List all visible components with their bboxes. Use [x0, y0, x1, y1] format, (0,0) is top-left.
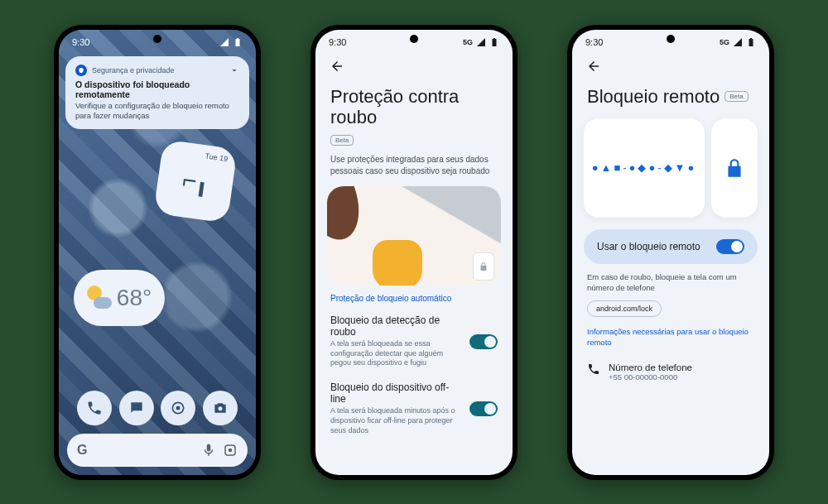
status-time: 9:30: [329, 37, 346, 47]
use-remote-lock-toggle[interactable]: Usar o bloqueio remoto: [584, 229, 758, 264]
phone-icon: [587, 362, 600, 376]
setting-title: Bloqueio do dispositivo off-line: [330, 382, 461, 405]
app-camera[interactable]: [203, 391, 238, 425]
svg-point-2: [218, 406, 222, 410]
info-required-link[interactable]: Informações necessárias para usar o bloq…: [572, 327, 769, 358]
shield-icon: [75, 65, 87, 76]
theft-illustration: [327, 186, 501, 286]
lens-icon[interactable]: [223, 443, 238, 458]
phone-theft-protection: 9:30 5G Proteção contra roubo Beta Use p…: [310, 25, 518, 480]
toggle-switch[interactable]: [469, 401, 498, 416]
signal-icon: [219, 37, 229, 47]
signal-icon: [476, 37, 486, 47]
beta-badge: Beta: [724, 91, 748, 102]
toggle-switch[interactable]: [469, 334, 498, 349]
app-messages[interactable]: [119, 391, 154, 425]
battery-icon: [746, 37, 756, 47]
svg-point-4: [229, 448, 233, 452]
svg-point-1: [176, 406, 181, 410]
setting-title: Bloqueio da detecção de roubo: [330, 314, 461, 338]
phone-icon: [86, 400, 103, 416]
search-bar[interactable]: G: [67, 434, 248, 467]
page-title: Bloqueio remoto: [587, 86, 720, 107]
arrow-left-icon: [586, 59, 601, 74]
remote-lock-illustration: ●▲■-●◆●-◆▼●: [584, 118, 758, 218]
phone-lock-icon: [473, 252, 494, 281]
google-g-icon: G: [77, 443, 87, 458]
notification-body: Verifique a configuração de bloqueio rem…: [75, 101, 239, 122]
dock: [59, 391, 256, 425]
phone-number-value: +55 00-00000-0000: [609, 372, 692, 382]
chrome-icon: [170, 400, 186, 416]
setting-desc: A tela será bloqueada minutos após o dis…: [330, 406, 461, 435]
clock-widget[interactable]: Tue 19 ⌐╻: [153, 139, 238, 223]
beta-badge: Beta: [330, 135, 354, 146]
clock-date: Tue 19: [205, 152, 229, 164]
weather-icon: [87, 286, 112, 310]
signal-icon: [733, 37, 743, 47]
remote-lock-description: Em caso de roubo, bloqueie a tela com um…: [572, 272, 769, 300]
setting-offline-lock[interactable]: Bloqueio do dispositivo off-line A tela …: [315, 377, 513, 444]
status-time: 9:30: [585, 37, 603, 47]
status-time: 9:30: [72, 37, 89, 47]
camera-icon: [212, 400, 229, 416]
notification-app-name: Segurança e privacidade: [92, 66, 175, 74]
chat-icon: [128, 400, 145, 416]
clock-hands-icon: ⌐╻: [181, 167, 209, 195]
status-network: 5G: [720, 38, 729, 46]
camera-cutout: [153, 35, 161, 43]
section-label: Proteção de bloqueio automático: [315, 294, 513, 310]
lock-icon: [724, 157, 745, 179]
weather-widget[interactable]: 68°: [74, 270, 165, 326]
battery-icon: [489, 37, 499, 47]
battery-icon: [233, 37, 243, 47]
password-card: ●▲■-●◆●-◆▼●: [584, 118, 705, 218]
chevron-down-icon[interactable]: [229, 65, 239, 75]
app-phone[interactable]: [77, 391, 112, 425]
page-subtitle: Use proteções integradas para seus dados…: [315, 151, 513, 183]
camera-cutout: [410, 35, 418, 43]
app-chrome[interactable]: [161, 391, 195, 425]
mic-icon[interactable]: [201, 443, 216, 458]
back-button[interactable]: [325, 55, 349, 78]
phone-remote-lock: 9:30 5G Bloqueio remoto Beta ●▲■-●◆●-◆▼●: [567, 25, 774, 480]
android-lock-link[interactable]: android.com/lock: [587, 300, 662, 317]
phone-number-row[interactable]: Número de telefone +55 00-00000-0000: [572, 358, 769, 386]
status-network: 5G: [463, 38, 473, 46]
toggle-label: Usar o bloqueio remoto: [597, 241, 700, 252]
back-button[interactable]: [582, 55, 605, 78]
lock-card: [711, 118, 758, 218]
page-title: Proteção contra roubo: [330, 86, 498, 128]
notification-card[interactable]: Segurança e privacidade O dispositivo fo…: [65, 56, 249, 130]
camera-cutout: [667, 35, 675, 43]
password-shapes-icon: ●▲■-●◆●-◆▼●: [592, 161, 697, 174]
setting-desc: A tela será bloqueada se essa configuraç…: [330, 339, 461, 368]
status-icons: [219, 37, 243, 47]
arrow-left-icon: [330, 59, 344, 74]
weather-temp: 68°: [117, 285, 152, 311]
phone-home: 9:30 Segurança e privacidade O dispositi…: [54, 25, 261, 480]
setting-theft-detection[interactable]: Bloqueio da detecção de roubo A tela ser…: [315, 310, 513, 377]
phone-number-label: Número de telefone: [609, 362, 692, 372]
notification-title: O dispositivo foi bloqueado remotamente: [75, 79, 239, 99]
